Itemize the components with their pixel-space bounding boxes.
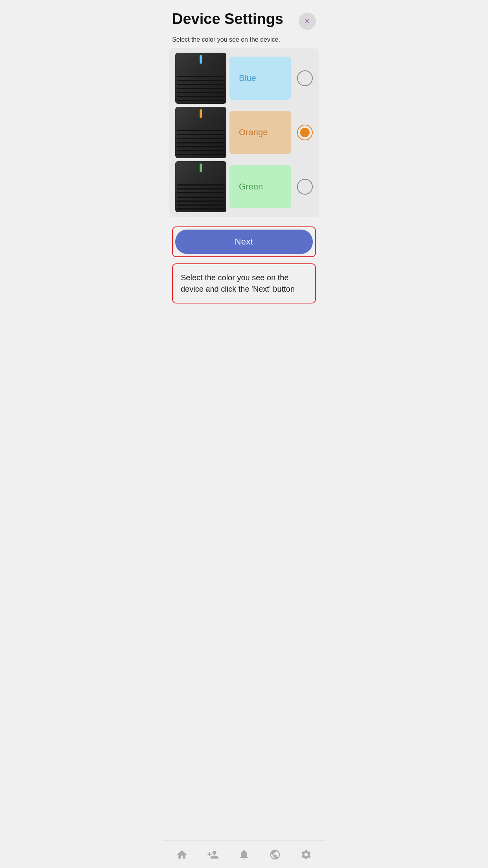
vent-lines-blue — [175, 73, 226, 104]
page-container: Device Settings × Select the color you s… — [163, 0, 325, 335]
radio-orange[interactable] — [297, 125, 313, 140]
device-image-green — [175, 161, 226, 212]
next-btn-border: Next — [172, 226, 316, 257]
vent-line — [177, 80, 225, 81]
device-body-orange — [175, 107, 226, 158]
vent-line — [177, 92, 225, 93]
vent-line — [177, 188, 225, 189]
led-blue — [200, 55, 202, 64]
radio-blue[interactable] — [297, 70, 313, 86]
vent-line — [177, 208, 225, 210]
led-orange — [200, 109, 202, 118]
next-button-area: Next — [163, 217, 325, 257]
vent-lines-orange — [175, 127, 226, 158]
color-label-orange[interactable]: Orange — [229, 111, 291, 154]
subtitle-text: Select the color you see on the device. — [163, 35, 325, 48]
color-row-green: Green — [175, 161, 313, 212]
vent-line — [177, 200, 225, 202]
device-image-blue — [175, 53, 226, 104]
vent-lines-green — [175, 182, 226, 212]
color-row-blue: Blue — [175, 53, 313, 104]
close-button[interactable]: × — [299, 13, 316, 30]
vent-line — [177, 84, 225, 85]
color-row-orange: Orange — [175, 107, 313, 158]
page-title: Device Settings — [172, 11, 299, 28]
vent-line — [177, 150, 225, 151]
color-text-blue: Blue — [239, 73, 256, 83]
vent-line — [177, 146, 225, 147]
color-label-green[interactable]: Green — [229, 165, 291, 208]
vent-line — [177, 138, 225, 139]
vent-line — [177, 204, 225, 206]
vent-line — [177, 134, 225, 135]
led-green — [200, 164, 202, 172]
radio-green[interactable] — [297, 179, 313, 195]
vent-line — [177, 76, 225, 77]
instruction-text: Select the color you see on the device a… — [181, 272, 307, 295]
vent-line — [177, 154, 225, 155]
instruction-box: Select the color you see on the device a… — [172, 263, 316, 303]
close-icon: × — [305, 17, 310, 26]
vent-line — [177, 192, 225, 193]
color-text-green: Green — [239, 182, 263, 192]
vent-line — [177, 88, 225, 89]
header: Device Settings × — [163, 0, 325, 35]
device-image-orange — [175, 107, 226, 158]
color-label-blue[interactable]: Blue — [229, 57, 291, 100]
vent-line — [177, 100, 225, 101]
vent-line — [177, 197, 225, 198]
radio-inner-orange — [300, 128, 310, 137]
color-text-orange: Orange — [239, 127, 268, 138]
vent-line — [177, 142, 225, 143]
vent-line — [177, 130, 225, 131]
color-selection-area: Blue — [169, 48, 319, 217]
device-body-blue — [175, 53, 226, 104]
vent-line — [177, 184, 225, 186]
device-body-green — [175, 161, 226, 212]
vent-line — [177, 96, 225, 97]
next-button[interactable]: Next — [175, 230, 313, 254]
